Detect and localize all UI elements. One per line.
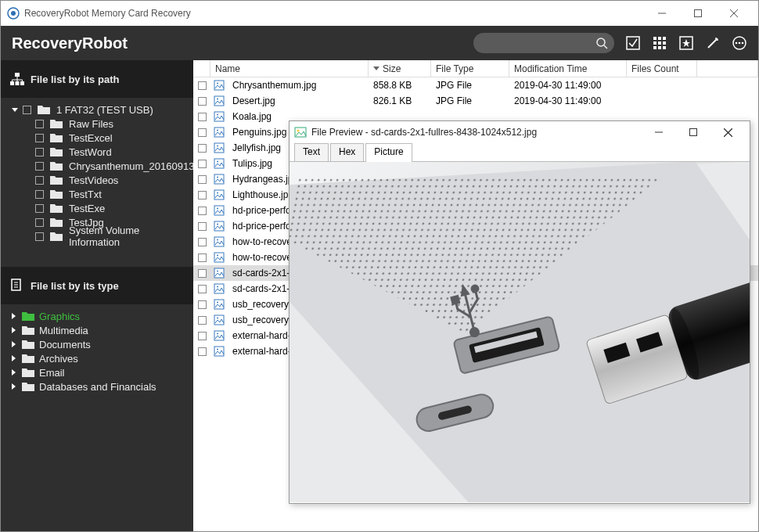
chevron-down-icon <box>12 108 18 112</box>
type-item[interactable]: Databases and Financials <box>1 379 193 394</box>
tree-item[interactable]: System Volume Information <box>1 229 193 243</box>
sidebar-type-header: File list by its type <box>1 267 193 304</box>
tree-item[interactable]: Chrysanthemum_20160913 <box>1 159 193 173</box>
preview-minimize-button[interactable] <box>642 121 676 143</box>
svg-point-54 <box>217 177 218 178</box>
minimize-button[interactable] <box>644 1 680 26</box>
tree-checkbox[interactable] <box>35 162 44 171</box>
svg-point-97 <box>471 285 479 293</box>
preview-close-button[interactable] <box>710 121 745 143</box>
maximize-button[interactable] <box>680 1 716 26</box>
preview-image <box>290 161 750 502</box>
row-checkbox[interactable] <box>193 332 210 340</box>
type-item-label: Email <box>39 367 65 379</box>
svg-rect-47 <box>214 128 224 137</box>
more-icon[interactable] <box>732 35 747 51</box>
svg-rect-11 <box>663 37 666 40</box>
tab-hex[interactable]: Hex <box>330 143 364 162</box>
search-input[interactable] <box>473 33 614 53</box>
cell-size: 826.1 KB <box>369 95 431 106</box>
favorite-icon[interactable] <box>678 35 694 51</box>
tree-checkbox[interactable] <box>35 148 44 156</box>
row-checkbox[interactable] <box>193 97 210 106</box>
titlebar: RecoveryRobot Memory Card Recovery <box>1 1 758 26</box>
type-item[interactable]: Multimedia <box>1 323 193 337</box>
col-checkbox[interactable] <box>193 60 210 77</box>
image-file-icon <box>210 236 228 247</box>
tree-checkbox[interactable] <box>35 190 44 199</box>
svg-rect-96 <box>451 297 459 304</box>
row-checkbox[interactable] <box>193 285 210 293</box>
tree-checkbox[interactable] <box>23 106 31 114</box>
svg-rect-53 <box>214 174 224 184</box>
wand-icon[interactable] <box>705 35 721 51</box>
svg-rect-15 <box>653 46 656 49</box>
col-size[interactable]: Size <box>369 60 431 77</box>
close-button[interactable] <box>716 1 752 26</box>
row-checkbox[interactable] <box>193 160 210 168</box>
svg-rect-3 <box>695 10 702 17</box>
row-checkbox[interactable] <box>193 238 210 246</box>
type-item-label: Archives <box>39 353 78 365</box>
tree-item[interactable]: TestTxt <box>1 187 193 201</box>
tree-root-label: 1 FAT32 (TEST USB) <box>56 104 153 116</box>
tree-item[interactable]: TestExcel <box>1 131 193 145</box>
row-checkbox[interactable] <box>193 191 210 200</box>
folder-icon <box>22 354 34 363</box>
svg-rect-75 <box>214 347 224 356</box>
svg-rect-57 <box>214 206 224 215</box>
tree-item-label: TestVideos <box>69 174 118 186</box>
table-row[interactable]: Desert.jpg826.1 KBJPG File2019-04-30 11:… <box>193 93 758 109</box>
folder-icon <box>22 340 34 349</box>
row-checkbox[interactable] <box>193 144 210 153</box>
svg-point-1 <box>11 11 16 16</box>
tree-checkbox[interactable] <box>35 120 44 128</box>
grid-view-icon[interactable] <box>652 35 667 51</box>
col-type[interactable]: File Type <box>431 60 509 77</box>
image-file-icon <box>210 174 228 185</box>
cell-type: JPG File <box>431 80 509 91</box>
tab-picture[interactable]: Picture <box>365 143 412 162</box>
tree-checkbox[interactable] <box>35 232 44 241</box>
tree-checkbox[interactable] <box>35 134 44 142</box>
sidebar: File list by its path 1 FAT32 (TEST USB)… <box>1 60 193 531</box>
folder-tree: 1 FAT32 (TEST USB) Raw FilesTestExcelTes… <box>1 98 193 248</box>
svg-rect-80 <box>690 129 697 136</box>
type-item[interactable]: Email <box>1 365 193 379</box>
svg-rect-8 <box>627 37 639 49</box>
type-item[interactable]: Archives <box>1 351 193 365</box>
row-checkbox[interactable] <box>193 81 210 90</box>
row-checkbox[interactable] <box>193 128 210 137</box>
row-checkbox[interactable] <box>193 300 210 309</box>
image-file-icon <box>210 346 228 357</box>
type-item[interactable]: Graphics <box>1 309 193 323</box>
tree-item[interactable]: TestExe <box>1 201 193 215</box>
checkbox-tool-icon[interactable] <box>625 35 641 51</box>
row-checkbox[interactable] <box>193 175 210 184</box>
row-checkbox[interactable] <box>193 207 210 215</box>
image-file-icon <box>210 142 228 153</box>
row-checkbox[interactable] <box>193 222 210 231</box>
tab-text[interactable]: Text <box>294 143 329 162</box>
row-checkbox[interactable] <box>193 316 210 325</box>
sidebar-path-header: File list by its path <box>1 60 193 98</box>
row-checkbox[interactable] <box>193 113 210 121</box>
toolbar: RecoveryRobot <box>1 26 758 60</box>
tree-item[interactable]: Raw Files <box>1 117 193 131</box>
type-item[interactable]: Documents <box>1 337 193 351</box>
tree-item[interactable]: TestWord <box>1 145 193 159</box>
col-count[interactable]: Files Count <box>627 60 697 77</box>
search-icon <box>595 37 608 49</box>
preview-maximize-button[interactable] <box>676 121 710 143</box>
row-checkbox[interactable] <box>193 347 210 356</box>
tree-checkbox[interactable] <box>35 204 44 213</box>
row-checkbox[interactable] <box>193 253 210 262</box>
tree-item[interactable]: TestVideos <box>1 173 193 187</box>
tree-checkbox[interactable] <box>35 218 44 227</box>
tree-checkbox[interactable] <box>35 176 44 185</box>
col-mod[interactable]: Modification Time <box>509 60 627 77</box>
table-row[interactable]: Chrysanthemum.jpg858.8 KBJPG File2019-04… <box>193 77 758 93</box>
col-name[interactable]: Name <box>210 60 369 77</box>
row-checkbox[interactable] <box>193 269 210 278</box>
tree-root[interactable]: 1 FAT32 (TEST USB) <box>1 102 193 117</box>
